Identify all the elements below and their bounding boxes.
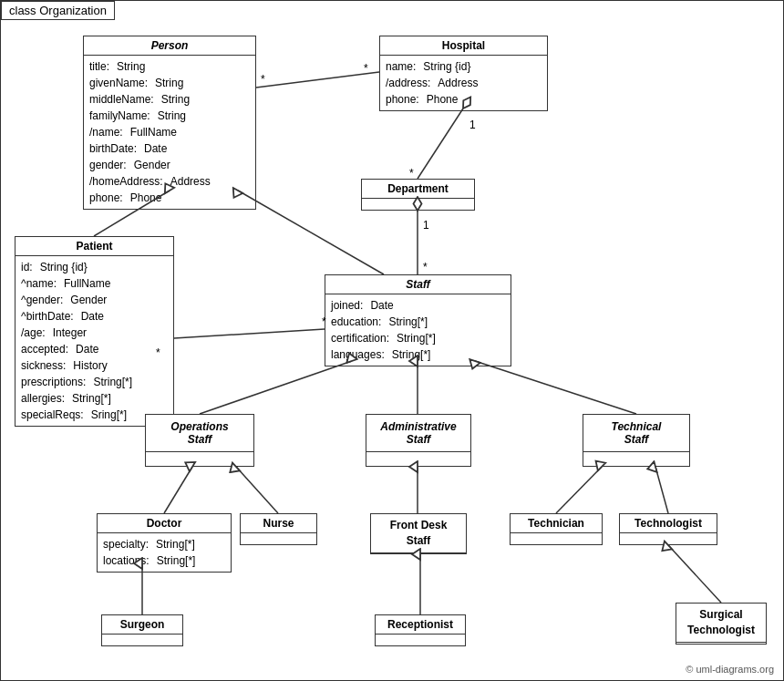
copyright: © uml-diagrams.org bbox=[686, 664, 774, 675]
svg-line-25 bbox=[655, 467, 668, 513]
surgeon-title: Surgeon bbox=[102, 615, 182, 635]
staff-title: Staff bbox=[325, 275, 511, 294]
class-administrative-staff: AdministrativeStaff bbox=[366, 414, 471, 467]
front-desk-staff-title: Front DeskStaff bbox=[371, 514, 466, 553]
class-surgical-technologist: SurgicalTechnologist bbox=[676, 603, 767, 645]
technologist-title: Technologist bbox=[620, 514, 717, 533]
svg-line-7 bbox=[418, 108, 463, 179]
class-operations-staff: OperationsStaff bbox=[145, 414, 254, 467]
class-technical-staff: TechnicalStaff bbox=[583, 414, 690, 467]
staff-attrs: joined:Date education:String[*] certific… bbox=[325, 294, 511, 366]
svg-line-28 bbox=[668, 545, 721, 603]
class-patient: Patient id:String {id} ^name:FullName ^g… bbox=[15, 236, 174, 427]
svg-text:1: 1 bbox=[423, 219, 429, 232]
svg-line-4 bbox=[256, 72, 379, 88]
svg-text:*: * bbox=[261, 73, 265, 86]
svg-line-21 bbox=[164, 467, 192, 513]
person-attrs: title:String givenName:String middleName… bbox=[84, 56, 255, 209]
svg-text:1: 1 bbox=[469, 119, 476, 131]
surgical-technologist-title: SurgicalTechnologist bbox=[676, 604, 766, 643]
technical-staff-title: TechnicalStaff bbox=[583, 415, 689, 452]
class-person: Person title:String givenName:String mid… bbox=[83, 36, 256, 210]
class-receptionist: Receptionist bbox=[375, 614, 466, 646]
department-title: Department bbox=[362, 180, 474, 199]
class-surgeon: Surgeon bbox=[101, 614, 183, 646]
patient-title: Patient bbox=[15, 237, 173, 256]
administrative-staff-title: AdministrativeStaff bbox=[366, 415, 470, 452]
patient-attrs: id:String {id} ^name:FullName ^gender:Ge… bbox=[15, 256, 173, 426]
svg-line-22 bbox=[236, 467, 278, 513]
doctor-title: Doctor bbox=[98, 514, 231, 533]
nurse-title: Nurse bbox=[241, 514, 316, 533]
svg-text:*: * bbox=[364, 62, 368, 75]
technician-title: Technician bbox=[511, 514, 602, 533]
class-staff: Staff joined:Date education:String[*] ce… bbox=[325, 274, 511, 366]
class-department: Department bbox=[361, 179, 475, 211]
class-doctor: Doctor specialty:String[*] locations:Str… bbox=[97, 513, 232, 573]
hospital-attrs: name:String {id} /address:Address phone:… bbox=[380, 56, 547, 110]
person-title: Person bbox=[84, 36, 255, 56]
class-technologist: Technologist bbox=[619, 513, 717, 545]
svg-text:*: * bbox=[409, 167, 414, 180]
doctor-attrs: specialty:String[*] locations:String[*] bbox=[98, 533, 231, 572]
hospital-title: Hospital bbox=[380, 36, 547, 56]
class-hospital: Hospital name:String {id} /address:Addre… bbox=[379, 36, 548, 111]
operations-staff-title: OperationsStaff bbox=[146, 415, 253, 452]
svg-line-20 bbox=[475, 361, 636, 414]
svg-line-18 bbox=[200, 361, 352, 414]
class-nurse: Nurse bbox=[240, 513, 317, 545]
class-technician: Technician bbox=[510, 513, 603, 545]
svg-line-24 bbox=[556, 467, 602, 513]
diagram-container: class Organization Person title:String g… bbox=[0, 0, 784, 681]
svg-line-15 bbox=[174, 329, 325, 338]
svg-text:*: * bbox=[423, 261, 428, 273]
class-front-desk-staff: Front DeskStaff bbox=[370, 513, 467, 554]
receptionist-title: Receptionist bbox=[376, 615, 465, 635]
diagram-title: class Organization bbox=[1, 1, 115, 20]
